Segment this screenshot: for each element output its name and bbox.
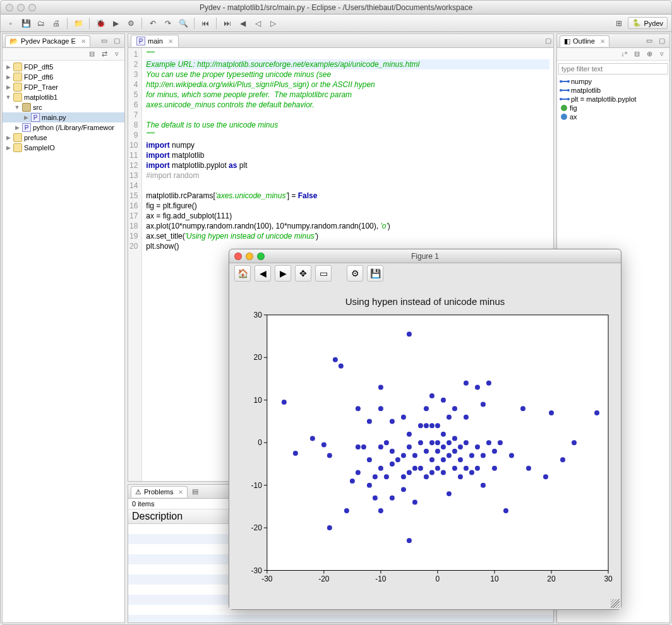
tree-item-sampleio[interactable]: ▶ SampleIO	[3, 143, 124, 153]
other-view-icon[interactable]: ▤	[190, 487, 200, 497]
close-icon[interactable]: ✕	[600, 38, 605, 45]
outline-filter-input[interactable]	[558, 63, 668, 74]
svg-point-120	[492, 466, 497, 471]
tree-item-python-library-framewor[interactable]: ▶ P python (/Library/Framewor	[3, 122, 124, 133]
outline-toolbar: ↓ᵃ ⊟ ⊕ ▿	[557, 48, 669, 61]
svg-point-56	[390, 419, 395, 424]
perspective-pydev[interactable]: 🐍 Pydev	[628, 17, 668, 29]
search-icon[interactable]: 🔍	[177, 17, 189, 30]
run-icon[interactable]: ▶	[109, 17, 122, 30]
svg-point-100	[452, 449, 457, 454]
svg-point-87	[435, 449, 440, 454]
svg-point-117	[486, 440, 491, 445]
collapse-all-icon[interactable]: ⊟	[87, 49, 97, 59]
resize-grip-icon[interactable]	[611, 599, 620, 608]
folder-icon	[13, 83, 22, 92]
zoom-rect-icon[interactable]: ▭	[315, 265, 332, 282]
last-icon[interactable]: ⏮	[199, 17, 212, 30]
outline-item-numpy[interactable]: numpy	[558, 77, 668, 86]
subplots-config-icon[interactable]: ⚙	[347, 265, 363, 282]
window-titlebar[interactable]: Pydev - matplotlib1/src/main.py - Eclips…	[1, 1, 671, 15]
home-icon[interactable]: 🏠	[234, 265, 251, 282]
svg-text:-10: -10	[375, 574, 387, 583]
minimize-icon[interactable]	[246, 253, 253, 260]
svg-point-107	[464, 440, 469, 445]
debug-icon[interactable]: 🐞	[94, 17, 107, 30]
outline-item-plt[interactable]: plt = matplotlib.pyplot	[558, 95, 668, 104]
tab-main-py[interactable]: P main ✕	[131, 35, 179, 47]
zoom-icon[interactable]	[28, 4, 36, 11]
python-file-icon: P	[136, 37, 145, 45]
minimize-view-icon[interactable]: ▭	[644, 36, 654, 46]
maximize-view-icon[interactable]: ▢	[657, 36, 667, 46]
view-menu-icon[interactable]: ▿	[112, 49, 122, 59]
back-icon[interactable]: ↶	[147, 17, 159, 30]
outline-item-ax[interactable]: ax	[558, 112, 668, 121]
save-icon[interactable]: 💾	[20, 17, 32, 30]
figure-titlebar[interactable]: Figure 1	[229, 249, 621, 263]
link-editor-icon[interactable]: ⇄	[99, 49, 109, 59]
tree-item-fdp_traer[interactable]: ▶ FDP_Traer	[3, 82, 124, 92]
back-icon[interactable]: ◀	[255, 265, 271, 282]
focus-icon[interactable]: ⊕	[644, 49, 654, 59]
minimize-view-icon[interactable]: ▭	[99, 36, 109, 46]
svg-point-118	[486, 381, 491, 386]
perspective-switcher-icon[interactable]: ⊞	[613, 17, 625, 30]
package-tree[interactable]: ▶ FDP_dft5▶ FDP_dft6▶ FDP_Traer▼ matplot…	[3, 61, 124, 622]
open-icon[interactable]: 📁	[72, 17, 85, 30]
new-icon[interactable]: ▫	[4, 17, 17, 30]
prev-icon[interactable]: ◀	[236, 17, 249, 30]
close-icon[interactable]	[6, 4, 13, 11]
collapse-icon[interactable]: ⊟	[632, 49, 642, 59]
svg-point-81	[429, 423, 435, 428]
svg-point-94	[447, 415, 452, 420]
pan-icon[interactable]: ✥	[295, 265, 311, 282]
maximize-view-icon[interactable]: ▢	[112, 36, 122, 46]
close-icon[interactable]: ✕	[178, 489, 183, 496]
tree-item-prefuse[interactable]: ▶ prefuse	[3, 133, 124, 143]
close-icon[interactable]	[234, 253, 242, 260]
chevron-icon[interactable]: ▶	[5, 64, 11, 70]
chevron-icon[interactable]: ▶	[14, 124, 20, 131]
svg-point-68	[407, 470, 412, 475]
tree-item-fdp_dft6[interactable]: ▶ FDP_dft6	[3, 72, 124, 82]
forward-icon[interactable]: ▶	[275, 265, 291, 282]
svg-point-111	[475, 385, 480, 390]
save-icon[interactable]: 💾	[367, 265, 383, 282]
minimize-icon[interactable]	[17, 4, 25, 11]
maximize-editor-icon[interactable]: ▢	[543, 36, 553, 46]
view-menu-icon[interactable]: ▿	[657, 49, 667, 59]
tab-problems[interactable]: ⚠ Problems ✕	[131, 486, 188, 497]
print-icon[interactable]: 🖨	[50, 17, 63, 30]
tree-item-fdp_dft5[interactable]: ▶ FDP_dft5	[3, 62, 124, 72]
chevron-icon[interactable]: ▶	[5, 145, 11, 151]
chevron-icon[interactable]: ▼	[14, 104, 20, 110]
outline-item-fig[interactable]: fig	[558, 104, 668, 112]
tree-item-matplotlib1[interactable]: ▼ matplotlib1	[3, 92, 124, 102]
tab-package-explorer[interactable]: 📂 Pydev Package E ✕	[5, 35, 90, 47]
next2-icon[interactable]: ▷	[267, 17, 279, 30]
chevron-icon[interactable]: ▶	[5, 74, 11, 80]
svg-point-113	[475, 466, 480, 471]
close-icon[interactable]: ✕	[168, 38, 173, 45]
tree-item-label: FDP_dft6	[24, 73, 53, 81]
ext-icon[interactable]: ⚙	[124, 17, 137, 30]
zoom-icon[interactable]	[257, 253, 265, 260]
import-icon	[561, 90, 568, 91]
fwd-icon[interactable]: ↷	[162, 17, 174, 30]
svg-point-103	[458, 457, 463, 462]
prev2-icon[interactable]: ◁	[251, 17, 264, 30]
chevron-icon[interactable]: ▶	[5, 84, 11, 90]
chevron-icon[interactable]: ▶	[5, 134, 11, 141]
sort-icon[interactable]: ↓ᵃ	[619, 49, 629, 59]
next-icon[interactable]: ⏭	[221, 17, 234, 30]
outline-item-matplotlib[interactable]: matplotlib	[558, 86, 668, 95]
close-icon[interactable]: ✕	[81, 38, 86, 45]
tree-item-main-py[interactable]: ▶ P main.py	[3, 112, 124, 122]
chevron-icon[interactable]: ▼	[5, 94, 11, 100]
tree-item-src[interactable]: ▼ src	[3, 102, 124, 112]
saveall-icon[interactable]: 🗂	[35, 17, 47, 30]
tab-outline[interactable]: ◧ Outline ✕	[560, 35, 609, 47]
matplotlib-figure-window[interactable]: Figure 1 🏠 ◀ ▶ ✥ ▭ ⚙ 💾 Using hypen inste…	[229, 249, 621, 610]
chevron-icon[interactable]: ▶	[23, 114, 29, 121]
